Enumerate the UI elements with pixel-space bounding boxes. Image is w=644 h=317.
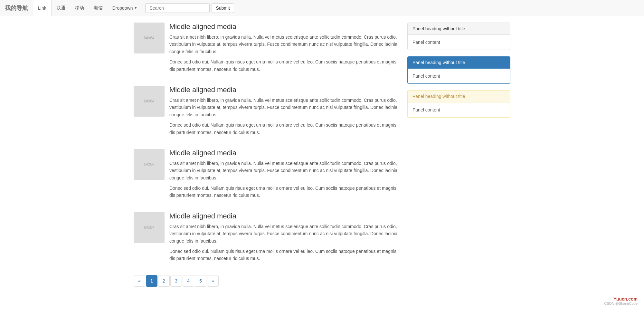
media-heading-0: Middle aligned media — [169, 23, 398, 31]
media-heading-2: Middle aligned media — [169, 149, 398, 157]
media-para1-1: Cras sit amet nibh libero, in gravida nu… — [169, 97, 398, 118]
media-para2-2: Donec sed odio dui. Nullam quis risus eg… — [169, 185, 398, 199]
sidebar: Panel heading without title Panel conten… — [407, 23, 510, 287]
media-left-2: 64x64 — [134, 149, 165, 202]
panel-body-0: Panel content — [408, 35, 510, 50]
media-para2-3: Donec sed odio dui. Nullam quis risus eg… — [169, 248, 398, 262]
panel-0: Panel heading without title Panel conten… — [407, 23, 510, 50]
page-number-2[interactable]: 2 — [158, 275, 170, 287]
panel-heading-2: Panel heading without title — [408, 91, 510, 102]
page-number-3[interactable]: 3 — [170, 275, 182, 287]
media-image-0: 64x64 — [134, 23, 165, 53]
pagination-next[interactable]: » — [207, 275, 219, 287]
media-body-0: Middle aligned media Cras sit amet nibh … — [169, 23, 398, 76]
pagination-prev[interactable]: « — [134, 275, 145, 287]
main-content: 64x64 Middle aligned media Cras sit amet… — [134, 23, 407, 287]
media-item-0: 64x64 Middle aligned media Cras sit amet… — [134, 23, 398, 76]
search-input[interactable] — [145, 3, 210, 13]
navbar-form: Submit — [145, 3, 234, 13]
panel-heading-0: Panel heading without title — [408, 23, 510, 35]
panel-body-2: Panel content — [408, 102, 510, 117]
media-para1-3: Cras sit amet nibh libero, in gravida nu… — [169, 223, 398, 245]
panel-body-1: Panel content — [408, 69, 510, 83]
page-number-4[interactable]: 4 — [183, 275, 194, 287]
watermark-brand: Yuucn.com — [6, 296, 638, 302]
watermark-sub: CSDN @ShangCode — [6, 302, 638, 305]
media-item-2: 64x64 Middle aligned media Cras sit amet… — [134, 149, 398, 202]
media-left-1: 64x64 — [134, 86, 165, 139]
media-heading-3: Middle aligned media — [169, 212, 398, 220]
media-image-3: 64x64 — [134, 212, 165, 243]
media-item-3: 64x64 Middle aligned media Cras sit amet… — [134, 212, 398, 265]
navbar: 我的导航 Link联通移动电信Dropdown▼ Submit — [0, 0, 644, 16]
watermark-area: Yuucn.com CSDN @ShangCode — [0, 293, 644, 309]
nav-item-电信[interactable]: 电信 — [89, 0, 108, 16]
media-list: 64x64 Middle aligned media Cras sit amet… — [134, 23, 398, 265]
navbar-brand[interactable]: 我的导航 — [5, 4, 33, 12]
nav-item-Dropdown[interactable]: Dropdown▼ — [108, 0, 142, 16]
panel-list: Panel heading without title Panel conten… — [407, 23, 510, 118]
page-number-5[interactable]: 5 — [195, 275, 206, 287]
nav-item-Link[interactable]: Link — [33, 0, 52, 16]
pagination: « 12345 » — [134, 275, 398, 287]
media-body-3: Middle aligned media Cras sit amet nibh … — [169, 212, 398, 265]
media-image-2: 64x64 — [134, 149, 165, 180]
page-number-1[interactable]: 1 — [146, 275, 157, 287]
media-left-0: 64x64 — [134, 23, 165, 76]
media-para2-0: Donec sed odio dui. Nullam quis risus eg… — [169, 58, 398, 73]
nav-item-移动[interactable]: 移动 — [70, 0, 89, 16]
panel-2: Panel heading without title Panel conten… — [407, 90, 510, 118]
media-para2-1: Donec sed odio dui. Nullam quis risus eg… — [169, 121, 398, 136]
media-body-1: Middle aligned media Cras sit amet nibh … — [169, 86, 398, 139]
nav-item-联通[interactable]: 联通 — [52, 0, 70, 16]
panel-1: Panel heading without title Panel conten… — [407, 56, 510, 84]
media-para1-0: Cras sit amet nibh libero, in gravida nu… — [169, 34, 398, 55]
nav-links: Link联通移动电信Dropdown▼ — [33, 0, 142, 16]
media-image-1: 64x64 — [134, 86, 165, 117]
media-body-2: Middle aligned media Cras sit amet nibh … — [169, 149, 398, 202]
submit-button[interactable]: Submit — [212, 3, 234, 13]
dropdown-arrow-icon: ▼ — [134, 6, 137, 10]
media-para1-2: Cras sit amet nibh libero, in gravida nu… — [169, 160, 398, 181]
main-container: 64x64 Middle aligned media Cras sit amet… — [129, 16, 515, 293]
media-heading-1: Middle aligned media — [169, 86, 398, 94]
media-left-3: 64x64 — [134, 212, 165, 265]
page-numbers: 12345 — [146, 275, 206, 287]
media-item-1: 64x64 Middle aligned media Cras sit amet… — [134, 86, 398, 139]
panel-heading-1: Panel heading without title — [408, 57, 510, 69]
